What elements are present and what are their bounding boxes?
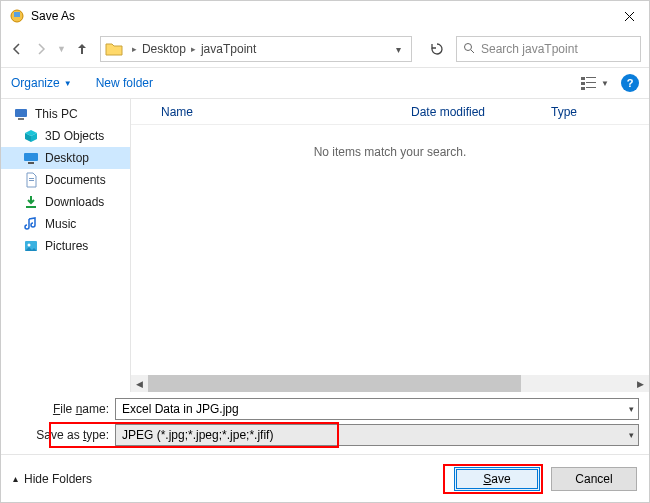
sidebar-item-music[interactable]: Music bbox=[1, 213, 130, 235]
cancel-button[interactable]: Cancel bbox=[551, 467, 637, 491]
sidebar-item-desktop[interactable]: Desktop bbox=[1, 147, 130, 169]
navbar: ▼ ▸ Desktop ▸ javaTpoint ▾ Search javaTp… bbox=[1, 31, 649, 67]
filename-input[interactable]: Excel Data in JPG.jpg ▾ bbox=[115, 398, 639, 420]
scroll-thumb[interactable] bbox=[148, 375, 521, 392]
nav-forward-button[interactable] bbox=[33, 41, 49, 57]
save-button[interactable]: Save bbox=[454, 467, 540, 491]
chevron-down-icon[interactable]: ▾ bbox=[629, 430, 634, 440]
chevron-down-icon: ▼ bbox=[601, 79, 609, 88]
column-headers: Name Date modified Type bbox=[131, 99, 649, 125]
sidebar-item-this-pc[interactable]: This PC bbox=[1, 103, 130, 125]
svg-rect-16 bbox=[26, 206, 36, 208]
breadcrumb-desktop[interactable]: Desktop bbox=[140, 40, 188, 58]
svg-rect-8 bbox=[581, 87, 585, 90]
chevron-down-icon[interactable]: ▾ bbox=[629, 404, 634, 414]
refresh-button[interactable] bbox=[422, 36, 452, 62]
organize-menu[interactable]: Organize ▼ bbox=[11, 76, 72, 90]
form-zone: File name: Excel Data in JPG.jpg ▾ .form… bbox=[1, 392, 649, 454]
sidebar: This PC 3D Objects Desktop Documents Dow… bbox=[1, 99, 131, 392]
search-icon bbox=[463, 42, 475, 57]
app-icon bbox=[9, 8, 25, 24]
column-name[interactable]: Name bbox=[161, 105, 411, 119]
nav-back-button[interactable] bbox=[9, 41, 25, 57]
hide-folders-button[interactable]: ▴ Hide Folders bbox=[13, 472, 92, 486]
save-highlight: Save bbox=[443, 464, 543, 494]
titlebar: Save As bbox=[1, 1, 649, 31]
svg-rect-13 bbox=[28, 162, 34, 164]
svg-rect-5 bbox=[586, 77, 596, 78]
column-type[interactable]: Type bbox=[551, 105, 649, 119]
sidebar-item-label: Documents bbox=[45, 173, 106, 187]
sidebar-item-label: Pictures bbox=[45, 239, 88, 253]
svg-rect-14 bbox=[29, 178, 34, 179]
sidebar-item-label: Downloads bbox=[45, 195, 104, 209]
horizontal-scrollbar[interactable]: ◀ ▶ bbox=[131, 375, 649, 392]
svg-rect-10 bbox=[15, 109, 27, 117]
svg-point-2 bbox=[465, 43, 472, 50]
filename-label: File name: bbox=[11, 402, 115, 416]
toolbar: Organize ▼ New folder ▼ ? bbox=[1, 67, 649, 99]
organize-label: Organize bbox=[11, 76, 60, 90]
sidebar-item-downloads[interactable]: Downloads bbox=[1, 191, 130, 213]
save-as-type-label: Save as type: bbox=[11, 428, 115, 442]
search-placeholder: Search javaTpoint bbox=[481, 42, 578, 56]
scroll-right-button[interactable]: ▶ bbox=[632, 375, 649, 392]
document-icon bbox=[23, 172, 39, 188]
sidebar-item-label: 3D Objects bbox=[45, 129, 104, 143]
help-button[interactable]: ? bbox=[621, 74, 639, 92]
svg-rect-9 bbox=[586, 87, 596, 88]
chevron-down-icon: ▼ bbox=[64, 79, 72, 88]
empty-message: No items match your search. bbox=[131, 125, 649, 159]
filename-value: Excel Data in JPG.jpg bbox=[122, 402, 239, 416]
search-input[interactable]: Search javaTpoint bbox=[456, 36, 641, 62]
chevron-up-icon: ▴ bbox=[13, 473, 18, 484]
sidebar-item-pictures[interactable]: Pictures bbox=[1, 235, 130, 257]
save-as-type-row: Save as type: JPEG (*.jpg;*.jpeg;*.jpe;*… bbox=[11, 424, 639, 446]
save-label: Save bbox=[483, 472, 510, 486]
save-as-type-value: JPEG (*.jpg;*.jpeg;*.jpe;*.jfif) bbox=[122, 428, 273, 442]
file-list: Name Date modified Type No items match y… bbox=[131, 99, 649, 392]
svg-rect-12 bbox=[24, 153, 38, 161]
nav-up-button[interactable] bbox=[74, 41, 90, 57]
folder-icon bbox=[105, 40, 123, 58]
music-icon bbox=[23, 216, 39, 232]
close-button[interactable] bbox=[609, 1, 649, 31]
scroll-left-button[interactable]: ◀ bbox=[131, 375, 148, 392]
new-folder-button[interactable]: New folder bbox=[96, 76, 153, 90]
sidebar-item-3d-objects[interactable]: 3D Objects bbox=[1, 125, 130, 147]
chevron-right-icon: ▸ bbox=[129, 44, 140, 54]
nav-recent-dropdown[interactable]: ▼ bbox=[57, 44, 66, 54]
svg-rect-4 bbox=[581, 77, 585, 80]
cube-icon bbox=[23, 128, 39, 144]
breadcrumb-folder[interactable]: javaTpoint bbox=[199, 40, 258, 58]
footer: ▴ Hide Folders Save Cancel bbox=[1, 454, 649, 502]
address-bar[interactable]: ▸ Desktop ▸ javaTpoint ▾ bbox=[100, 36, 412, 62]
sidebar-item-label: This PC bbox=[35, 107, 78, 121]
window-title: Save As bbox=[31, 9, 609, 23]
svg-rect-7 bbox=[586, 82, 596, 83]
chevron-right-icon: ▸ bbox=[188, 44, 199, 54]
hide-folders-label: Hide Folders bbox=[24, 472, 92, 486]
view-options-button[interactable]: ▼ bbox=[581, 76, 609, 90]
svg-line-3 bbox=[471, 50, 474, 53]
pictures-icon bbox=[23, 238, 39, 254]
pc-icon bbox=[13, 106, 29, 122]
sidebar-item-documents[interactable]: Documents bbox=[1, 169, 130, 191]
desktop-icon bbox=[23, 150, 39, 166]
svg-point-18 bbox=[28, 244, 31, 247]
sidebar-item-label: Desktop bbox=[45, 151, 89, 165]
svg-rect-15 bbox=[29, 180, 34, 181]
nav-arrows: ▼ bbox=[9, 41, 90, 57]
filename-row: File name: Excel Data in JPG.jpg ▾ bbox=[11, 398, 639, 420]
column-date-modified[interactable]: Date modified bbox=[411, 105, 551, 119]
address-dropdown[interactable]: ▾ bbox=[390, 44, 407, 55]
download-icon bbox=[23, 194, 39, 210]
body: This PC 3D Objects Desktop Documents Dow… bbox=[1, 99, 649, 392]
svg-rect-6 bbox=[581, 82, 585, 85]
save-as-dialog: Save As ▼ ▸ Desktop ▸ javaTpoint ▾ Searc… bbox=[0, 0, 650, 503]
save-as-type-select[interactable]: JPEG (*.jpg;*.jpeg;*.jpe;*.jfif) ▾ bbox=[115, 424, 639, 446]
svg-rect-1 bbox=[14, 12, 20, 17]
sidebar-item-label: Music bbox=[45, 217, 76, 231]
svg-rect-11 bbox=[18, 118, 24, 120]
